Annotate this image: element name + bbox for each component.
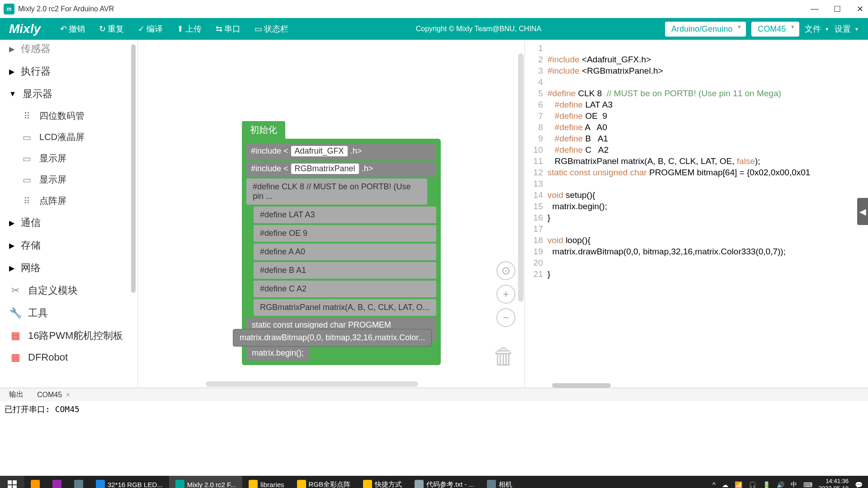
sidebar-item-custom[interactable]: ✂自定义模块 <box>0 279 137 302</box>
sidebar-item-tools[interactable]: 🔧工具 <box>0 302 137 324</box>
code-content[interactable]: #include <Adafruit_GFX.h>#include <RGBma… <box>547 40 868 388</box>
define-lat-block[interactable]: #define LAT A3 <box>254 206 436 223</box>
matrix-decl-block[interactable]: RGBmatrixPanel matrix(A, B, C, CLK, LAT,… <box>254 299 436 316</box>
task-libraries[interactable]: libraries <box>242 476 291 488</box>
sidebar-item-pwm[interactable]: ▦16路PWM舵机控制板 <box>0 324 137 347</box>
tray-chevron-icon[interactable]: ^ <box>712 481 716 488</box>
task-rgb-led[interactable]: 32*16 RGB LED... <box>90 476 169 488</box>
sidebar-item-matrix[interactable]: ⠿点阵屏 <box>0 190 137 211</box>
keyboard-icon[interactable]: ⌨ <box>803 481 812 488</box>
file-menu[interactable]: 文件 <box>805 23 829 34</box>
include-gfx-block[interactable]: #include <Adafruit_GFX .h> <box>246 143 436 159</box>
center-button[interactable]: ⊙ <box>496 261 515 280</box>
svg-rect-3 <box>13 485 17 488</box>
copyright-text: Copyright © Mixly Team@BNU, CHINA <box>299 25 658 33</box>
screen-icon: ▭ <box>20 154 33 163</box>
zoom-in-button[interactable]: + <box>496 285 515 304</box>
folder-icon <box>249 480 258 488</box>
sidebar-item-screen2[interactable]: ▭显示屏 <box>0 169 137 190</box>
init-block-header: 初始化 <box>242 121 285 139</box>
onedrive-icon[interactable]: ☁ <box>722 481 728 488</box>
define-clk-block[interactable]: #define CLK 8 // MUST be on PORTB! (Use … <box>246 178 427 205</box>
board-icon: ▦ <box>9 331 22 340</box>
serial-button[interactable]: ⇆串口 <box>212 22 244 36</box>
drawbitmap-block[interactable]: matrix.drawBitmap(0,0, bitmap,32,16,matr… <box>233 329 432 347</box>
blockly-canvas[interactable]: 初始化 #include <Adafruit_GFX .h> #include … <box>138 40 524 388</box>
sidebar-item-screen1[interactable]: ▭显示屏 <box>0 148 137 169</box>
minimize-button[interactable]: — <box>810 5 819 14</box>
compile-button[interactable]: ✓编译 <box>134 22 166 36</box>
toolbar: Mixly ↶撤销 ↻重复 ✓编译 ⬆上传 ⇆串口 ▭状态栏 Copyright… <box>0 18 868 40</box>
line-gutter: 123456789101112131415161718192021 <box>525 40 547 388</box>
define-c-block[interactable]: #define C A2 <box>254 281 436 297</box>
tab-output[interactable]: 输出 <box>9 390 24 399</box>
task-camera[interactable]: 相机 <box>481 476 519 488</box>
wifi-icon[interactable]: 📶 <box>735 481 742 488</box>
sidebar-item-actuator[interactable]: ▶执行器 <box>0 60 137 83</box>
task-app-1[interactable] <box>24 476 46 488</box>
console-output: 已打开串口: COM45 <box>0 401 868 476</box>
statusbar-button[interactable]: ▭状态栏 <box>251 22 292 36</box>
task-app-3[interactable] <box>68 476 90 488</box>
sidebar-item-storage[interactable]: ▶存储 <box>0 234 137 257</box>
app-icon <box>31 480 40 488</box>
maximize-button[interactable]: ☐ <box>833 5 842 14</box>
task-shortcut[interactable]: 快捷方式 <box>357 476 408 488</box>
sidebar-scrollbar[interactable] <box>131 44 136 293</box>
include-rgb-block[interactable]: #include <RGBmatrixPanel .h> <box>246 161 436 177</box>
main-area: ▶传感器 ▶执行器 ▼显示器 ⠿四位数码管 ▭LCD液晶屏 ▭显示屏 ▭显示屏 … <box>0 40 868 388</box>
sidebar-item-display[interactable]: ▼显示器 <box>0 83 137 105</box>
board-select[interactable]: Arduino/Genuino <box>665 22 746 37</box>
init-block[interactable]: 初始化 #include <Adafruit_GFX .h> #include … <box>242 121 441 365</box>
notifications-icon[interactable]: 💬 <box>855 481 863 488</box>
redo-button[interactable]: ↻重复 <box>95 22 127 36</box>
canvas-v-scrollbar[interactable] <box>518 53 524 302</box>
digits-icon: ⠿ <box>20 112 33 121</box>
app-icon <box>96 480 105 488</box>
tab-port[interactable]: COM45 × <box>37 391 70 399</box>
trash-icon[interactable]: 🗑 <box>493 343 515 370</box>
chevron-right-icon: ▶ <box>9 67 14 76</box>
close-button[interactable]: ✕ <box>855 5 864 14</box>
clock[interactable]: 14:41:362022-05-18 <box>819 478 849 488</box>
sidebar-item-sensor[interactable]: ▶传感器 <box>0 42 137 60</box>
app-icon: m <box>4 4 14 14</box>
canvas-controls: ⊙ + − <box>496 261 515 327</box>
window-title: Mixly 2.0 rc2 For Arduino AVR <box>18 5 810 13</box>
chevron-right-icon: ▶ <box>9 241 14 250</box>
sidebar-item-lcd[interactable]: ▭LCD液晶屏 <box>0 127 137 148</box>
task-mixly[interactable]: Mixly 2.0 rc2 F... <box>169 476 242 488</box>
sidebar-item-network[interactable]: ▶网络 <box>0 257 137 279</box>
ime-icon[interactable]: 中 <box>791 481 797 488</box>
task-rgb-folder[interactable]: RGB全彩点阵 <box>291 476 357 488</box>
canvas-h-scrollbar[interactable] <box>206 381 418 387</box>
define-b-block[interactable]: #define B A1 <box>254 262 436 279</box>
undo-button[interactable]: ↶撤销 <box>57 22 89 36</box>
close-tab-icon[interactable]: × <box>64 391 70 399</box>
windows-icon <box>8 480 17 488</box>
sidebar-item-fourdigit[interactable]: ⠿四位数码管 <box>0 105 137 127</box>
redo-icon: ↻ <box>99 24 106 34</box>
define-oe-block[interactable]: #define OE 9 <box>254 225 436 242</box>
settings-menu[interactable]: 设置 <box>835 23 859 34</box>
code-expand-handle[interactable]: ◀ <box>857 198 868 225</box>
undo-icon: ↶ <box>60 24 67 34</box>
upload-button[interactable]: ⬆上传 <box>173 22 205 36</box>
sidebar-item-dfrobot[interactable]: ▦DFRobot <box>0 347 137 368</box>
zoom-out-button[interactable]: − <box>496 308 515 327</box>
code-h-scrollbar[interactable] <box>552 383 611 388</box>
start-button[interactable] <box>0 476 24 488</box>
port-select[interactable]: COM45 <box>751 22 799 37</box>
define-a-block[interactable]: #define A A0 <box>254 244 436 260</box>
task-app-2[interactable] <box>46 476 68 488</box>
matrix-begin-block[interactable]: matrix.begin(); <box>246 346 309 361</box>
battery-icon[interactable]: 🔋 <box>763 481 770 488</box>
matrix-icon: ⠿ <box>20 197 33 206</box>
task-notepad[interactable]: 代码参考.txt - ... <box>408 476 481 488</box>
sidebar-item-comm[interactable]: ▶通信 <box>0 211 137 234</box>
svg-rect-0 <box>8 480 12 484</box>
headphones-icon[interactable]: 🎧 <box>749 481 756 488</box>
svg-rect-1 <box>13 480 17 484</box>
puzzle-icon: ✂ <box>9 286 22 295</box>
volume-icon[interactable]: 🔊 <box>777 481 784 488</box>
